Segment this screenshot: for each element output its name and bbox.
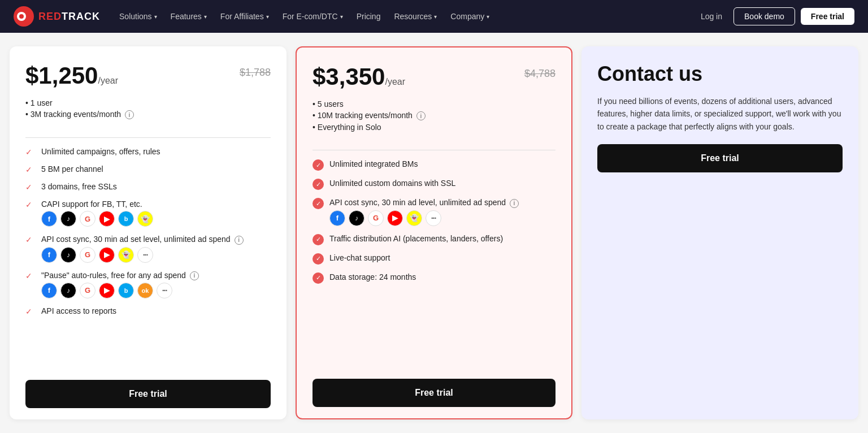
nav-resources[interactable]: Resources▾: [388, 8, 442, 24]
youtube-icon: ▶: [99, 247, 115, 263]
nav-ecom[interactable]: For E-com/DTC▾: [277, 8, 349, 24]
solo-original-price: $1,788: [240, 67, 271, 79]
solo-price-row: $1,250/year $1,788: [25, 62, 271, 89]
logo[interactable]: REDTRACK: [14, 6, 100, 27]
solo-feature-list: ✓ Unlimited campaigns, offers, rules ✓ 5…: [25, 147, 271, 369]
nav-solutions[interactable]: Solutions▾: [114, 8, 163, 24]
info-icon[interactable]: i: [510, 199, 519, 208]
nav-affiliates[interactable]: For Affiliates▾: [215, 8, 275, 24]
navbar: REDTRACK Solutions▾ Features▾ For Affili…: [0, 0, 868, 33]
info-icon[interactable]: i: [235, 236, 244, 245]
team-highlight-3: Everything in Solo: [313, 123, 555, 132]
solo-api-icons: f ♪ G ▶ 👻 ···: [41, 247, 271, 263]
solo-highlight-2: 3M tracking events/month i: [25, 110, 271, 119]
google-icon: G: [368, 210, 384, 226]
feature-item: ✓ Live-chat support: [313, 253, 555, 265]
feature-item: ✓ Unlimited campaigns, offers, rules: [25, 147, 271, 157]
feature-item: ✓ "Pause" auto-rules, free for any ad sp…: [25, 271, 271, 298]
logo-text: REDTRACK: [38, 11, 100, 23]
feature-item: ✓ Data storage: 24 months: [313, 272, 555, 284]
feature-item: ✓ Unlimited integrated BMs: [313, 159, 555, 171]
tiktok-icon: ♪: [349, 210, 364, 226]
nav-company[interactable]: Company▾: [445, 8, 495, 24]
google-icon: G: [80, 247, 96, 263]
solo-capi-icons: f ♪ G ▶ b 👻: [41, 211, 271, 227]
check-circle-icon: ✓: [313, 272, 324, 284]
nav-features[interactable]: Features▾: [165, 8, 212, 24]
nav-actions: Log in Book demo Free trial: [695, 7, 854, 25]
solo-highlights: 1 user 3M tracking events/month i: [25, 98, 271, 122]
snapchat-icon: 👻: [137, 211, 153, 227]
team-divider: [313, 150, 555, 150]
facebook-icon: f: [329, 210, 345, 226]
check-circle-icon: ✓: [313, 179, 324, 190]
check-icon: ✓: [25, 165, 36, 174]
nav-pricing[interactable]: Pricing: [351, 8, 387, 24]
youtube-icon: ▶: [387, 210, 403, 226]
team-price-row: $3,350/year $4,788: [313, 63, 555, 90]
feature-item: ✓ API access to reports: [25, 306, 271, 316]
feature-item: ✓ API cost sync, 30 min ad level, unlimi…: [313, 198, 555, 226]
team-price-value: $3,350: [313, 63, 385, 90]
feature-item: ✓ API cost sync, 30 min ad set level, un…: [25, 235, 271, 262]
tiktok-icon: ♪: [60, 283, 76, 298]
enterprise-title: Contact us: [597, 62, 843, 86]
check-circle-icon: ✓: [313, 234, 324, 245]
tracking-info-icon[interactable]: i: [416, 111, 426, 120]
team-highlight-1: 5 users: [313, 99, 555, 109]
tracking-info-icon[interactable]: i: [125, 110, 134, 119]
solo-highlight-1: 1 user: [25, 98, 271, 107]
solo-pause-icons: f ♪ G ▶ b ok ···: [41, 283, 271, 298]
team-highlight-2: 10M tracking events/month i: [313, 111, 555, 120]
pricing-section: $1,250/year $1,788 1 user 3M tracking ev…: [0, 33, 868, 433]
solo-price: $1,250/year: [25, 62, 118, 89]
check-icon: ✓: [25, 307, 36, 316]
more-icon: ···: [137, 247, 153, 263]
check-circle-icon: ✓: [313, 253, 324, 265]
ok-icon: ok: [137, 283, 153, 298]
feature-item: ✓ CAPI support for FB, TT, etc. f ♪ G ▶ …: [25, 200, 271, 227]
check-icon: ✓: [25, 200, 36, 209]
facebook-icon: f: [41, 283, 57, 298]
info-icon[interactable]: i: [190, 271, 199, 280]
check-icon: ✓: [25, 235, 36, 244]
logo-icon: [14, 6, 34, 27]
youtube-icon: ▶: [99, 211, 115, 227]
team-price: $3,350/year: [313, 63, 405, 90]
more-icon: ···: [157, 283, 172, 298]
tiktok-icon: ♪: [60, 211, 76, 227]
bing-icon: b: [118, 211, 134, 227]
nav-links: Solutions▾ Features▾ For Affiliates▾ For…: [114, 8, 695, 24]
check-circle-icon: ✓: [313, 198, 324, 209]
team-api-icons: f ♪ G ▶ 👻 ···: [329, 210, 555, 226]
solo-divider: [25, 137, 271, 138]
more-icon: ···: [426, 210, 441, 226]
facebook-icon: f: [41, 211, 57, 227]
youtube-icon: ▶: [99, 283, 115, 298]
feature-item: ✓ Traffic distribution AI (placements, l…: [313, 234, 555, 245]
feature-item: ✓ Unlimited custom domains with SSL: [313, 179, 555, 190]
free-trial-nav-button[interactable]: Free trial: [801, 8, 854, 25]
plan-team: $3,350/year $4,788 5 users 10M tracking …: [296, 46, 572, 419]
team-original-price: $4,788: [524, 68, 555, 80]
team-feature-list: ✓ Unlimited integrated BMs ✓ Unlimited c…: [313, 159, 555, 367]
google-icon: G: [80, 211, 96, 227]
book-demo-button[interactable]: Book demo: [734, 7, 795, 25]
google-icon: G: [80, 283, 96, 298]
snapchat-icon: 👻: [406, 210, 422, 226]
check-circle-icon: ✓: [313, 159, 324, 171]
team-free-trial-button[interactable]: Free trial: [313, 379, 555, 407]
snapchat-icon: 👻: [118, 247, 134, 263]
enterprise-description: If you need billions of events, dozens o…: [597, 95, 843, 133]
login-button[interactable]: Log in: [695, 8, 728, 24]
feature-item: ✓ 5 BM per channel: [25, 164, 271, 174]
enterprise-free-trial-button[interactable]: Free trial: [597, 144, 843, 172]
plan-solo: $1,250/year $1,788 1 user 3M tracking ev…: [10, 46, 287, 419]
solo-price-value: $1,250: [25, 62, 98, 89]
facebook-icon: f: [41, 247, 57, 263]
solo-free-trial-button[interactable]: Free trial: [25, 380, 271, 408]
check-icon: ✓: [25, 148, 36, 157]
bing-icon: b: [118, 283, 134, 298]
feature-item: ✓ 3 domains, free SSLs: [25, 182, 271, 192]
check-icon: ✓: [25, 271, 36, 280]
